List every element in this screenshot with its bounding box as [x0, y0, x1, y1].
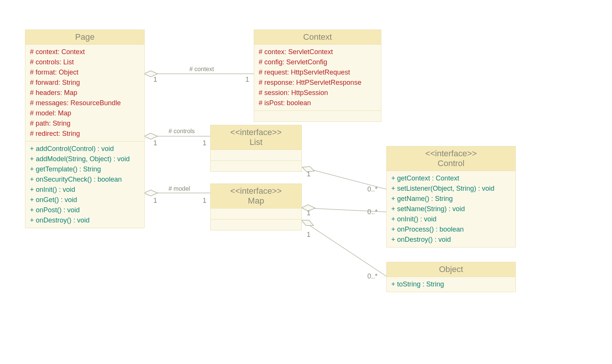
mult: 1	[153, 197, 157, 205]
method: + getTemplate() : String	[30, 164, 140, 174]
class-name: Map	[248, 196, 264, 205]
class-context: Context # contex: ServletContext # confi…	[254, 30, 381, 122]
method: + onDestroy() : void	[391, 235, 511, 245]
attr: # format: Object	[30, 67, 140, 78]
attr: # response: HttPServletResponse	[259, 78, 376, 88]
method: + onGet() : void	[30, 195, 140, 205]
mult: 1	[203, 197, 206, 205]
mult: 0..*	[367, 185, 378, 193]
class-page-attrs: # context: Context # controls: List # fo…	[25, 45, 144, 142]
method: + addModel(String, Object) : void	[30, 154, 140, 164]
method: + getContext : Context	[391, 173, 511, 184]
method: + onInit() : void	[391, 214, 511, 224]
attr: # forward: String	[30, 78, 140, 88]
attr: # config: ServletConfig	[259, 57, 376, 67]
svg-line-10	[310, 226, 386, 276]
method: + onProcess() : boolean	[391, 224, 511, 235]
class-name: Control	[438, 159, 465, 168]
attr: # controls: List	[30, 57, 140, 67]
svg-marker-5	[144, 190, 158, 196]
stereotype: <<interface>>	[214, 128, 298, 137]
attr: # path: String	[30, 118, 140, 129]
class-object-title: Object	[387, 262, 515, 277]
class-list: <<interface>> List	[210, 125, 302, 172]
attr: # headers: Map	[30, 88, 140, 98]
method: + getName() : String	[391, 194, 511, 204]
mult: 1	[153, 76, 157, 84]
method: + onDestroy() : void	[30, 215, 140, 226]
attr: # model: Map	[30, 108, 140, 118]
svg-marker-11	[301, 220, 314, 226]
class-context-attrs: # contex: ServletContext # config: Servl…	[254, 45, 381, 111]
attr: # session: HttpSession	[259, 88, 376, 98]
assoc-label-controls: # controls	[169, 128, 195, 135]
assoc-label-model: # model	[169, 185, 190, 192]
svg-marker-3	[144, 133, 158, 139]
attr: # messages: ResourceBundle	[30, 98, 140, 108]
attr: # isPost: boolean	[259, 98, 376, 108]
mult: 1	[307, 170, 311, 178]
class-map-title: <<interface>> Map	[211, 184, 301, 208]
mult: 1	[203, 139, 206, 147]
mult: 0..*	[367, 208, 378, 216]
class-name: List	[250, 137, 262, 147]
class-map: <<interface>> Map	[210, 184, 302, 230]
class-control-title: <<interface>> Control	[387, 146, 515, 171]
class-list-attrs	[211, 150, 301, 161]
assoc-label-context: # context	[189, 66, 214, 73]
stereotype: <<interface>>	[214, 186, 298, 196]
method: + onInit() : void	[30, 185, 140, 195]
method: + addControl(Control) : void	[30, 144, 140, 154]
method: + toString : String	[391, 279, 511, 289]
class-map-methods	[211, 219, 301, 230]
class-list-methods	[211, 161, 301, 171]
class-page-methods: + addControl(Control) : void + addModel(…	[25, 142, 144, 228]
mult: 1	[245, 76, 249, 84]
class-map-attrs	[211, 208, 301, 219]
method: + onSecurityCheck() : boolean	[30, 174, 140, 185]
attr: # contex: ServletContext	[259, 47, 376, 57]
method: + setListener(Object, String) : void	[391, 184, 511, 194]
class-page: Page # context: Context # controls: List…	[25, 30, 145, 228]
class-page-title: Page	[25, 30, 144, 45]
attr: # context: Context	[30, 47, 140, 57]
mult: 0..*	[367, 272, 378, 280]
method: + onPost() : void	[30, 205, 140, 215]
class-control-methods: + getContext : Context + setListener(Obj…	[387, 171, 515, 247]
method: + setName(String) : void	[391, 204, 511, 214]
mult: 1	[307, 209, 311, 217]
class-context-title: Context	[254, 30, 381, 45]
class-context-methods	[254, 111, 381, 121]
stereotype: <<interface>>	[390, 149, 512, 159]
attr: # request: HttpServletRequest	[259, 67, 376, 78]
class-list-title: <<interface>> List	[211, 125, 301, 150]
class-control: <<interface>> Control + getContext : Con…	[386, 146, 516, 247]
mult: 1	[153, 139, 157, 147]
class-object-methods: + toString : String	[387, 277, 515, 292]
class-object: Object + toString : String	[386, 262, 516, 292]
attr: # redirect: String	[30, 129, 140, 139]
mult: 1	[307, 231, 311, 239]
